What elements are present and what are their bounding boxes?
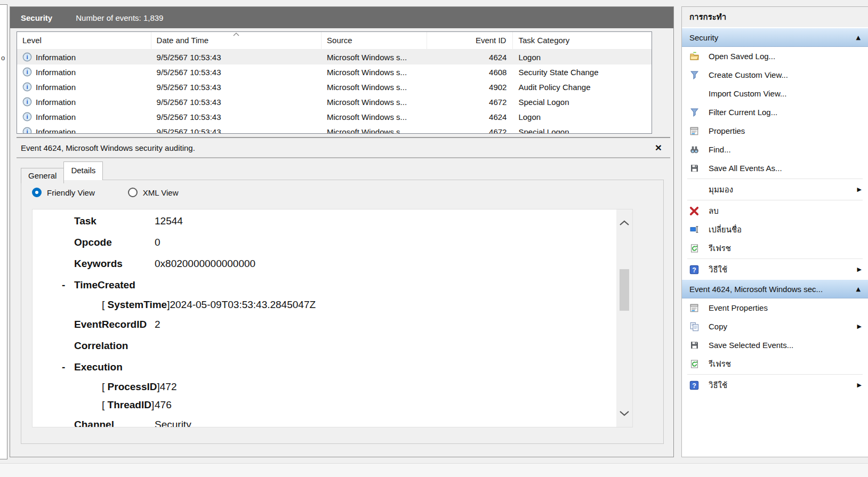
details-tabpage: Friendly ViewXML View Task12544Opcode0Ke… xyxy=(21,180,664,444)
close-icon[interactable]: × xyxy=(655,142,662,153)
action-group-security-log[interactable]: Security▲ xyxy=(682,28,868,47)
action-label: มุมมอง xyxy=(709,183,857,196)
open-folder-icon xyxy=(688,51,700,62)
action-label: รีเฟรช xyxy=(709,358,868,370)
properties-icon xyxy=(688,303,700,313)
scroll-up-icon[interactable] xyxy=(618,220,630,226)
collapse-expander-icon[interactable]: - xyxy=(62,274,65,296)
action-delete[interactable]: ลบ xyxy=(682,201,868,220)
action-refresh-event[interactable]: รีเฟรช xyxy=(682,354,868,373)
action-label: Save All Events As... xyxy=(709,164,868,173)
column-label: Event ID xyxy=(476,36,507,45)
action-save-all-events-as[interactable]: Save All Events As... xyxy=(682,159,868,177)
detail-value: 0x8020000000000000 xyxy=(155,253,255,274)
action-open-saved-log[interactable]: Open Saved Log... xyxy=(682,47,868,66)
action-find[interactable]: Find... xyxy=(682,140,868,159)
detail-row-opcode: Opcode0 xyxy=(33,232,616,253)
console-tree-edge[interactable]: o xyxy=(0,4,7,459)
radio-xml-view[interactable]: XML View xyxy=(128,188,179,197)
detail-name: [ ProcessID] xyxy=(102,378,160,396)
column-header-date-and-time[interactable]: Date and Time xyxy=(151,32,322,49)
detail-value: 2 xyxy=(155,314,160,335)
detail-value: 0 xyxy=(155,232,160,253)
column-header-level[interactable]: Level xyxy=(17,32,151,49)
submenu-arrow-icon: ▶ xyxy=(857,323,862,330)
event-row-4[interactable]: iInformation9/5/2567 10:53:43Microsoft W… xyxy=(17,109,652,124)
svg-text:i: i xyxy=(26,114,28,120)
detail-value: 476 xyxy=(155,396,172,414)
action-event-properties[interactable]: Event Properties xyxy=(682,298,868,317)
window-bottom-strip xyxy=(0,463,868,477)
task-category-cell: Audit Policy Change xyxy=(513,83,652,92)
radio-xml-view-icon[interactable] xyxy=(128,188,138,197)
menu-separator xyxy=(687,200,863,200)
column-header-task-category[interactable]: Task Category xyxy=(513,32,652,49)
datetime-cell: 9/5/2567 10:53:43 xyxy=(151,68,322,77)
submenu-arrow-icon: ▶ xyxy=(857,266,862,273)
radio-label: XML View xyxy=(143,188,179,197)
action-refresh[interactable]: รีเฟรช xyxy=(682,239,868,257)
detail-value: Security xyxy=(155,414,191,427)
view-mode-radios: Friendly ViewXML View xyxy=(32,188,211,197)
scroll-down-icon[interactable] xyxy=(618,410,630,416)
save-icon xyxy=(688,163,700,174)
level-label: Information xyxy=(36,112,76,122)
column-header-event-id[interactable]: Event ID xyxy=(427,32,513,49)
detail-value: 12544 xyxy=(155,211,183,232)
radio-friendly-view[interactable]: Friendly View xyxy=(32,188,95,197)
task-category-cell: Special Logon xyxy=(513,98,652,107)
level-label: Information xyxy=(36,83,76,92)
detail-row-processid: [ ProcessID]472 xyxy=(33,378,616,396)
source-cell: Microsoft Windows s... xyxy=(322,112,427,122)
collapse-icon[interactable]: ▲ xyxy=(856,34,861,41)
sort-ascending-icon xyxy=(232,32,240,36)
detail-name: Correlation xyxy=(74,335,155,357)
information-icon: i xyxy=(22,112,32,122)
action-view-menu[interactable]: มุมมอง▶ xyxy=(682,180,868,199)
action-import-custom-view[interactable]: Import Custom View... xyxy=(682,84,868,103)
submenu-arrow-icon: ▶ xyxy=(857,382,862,389)
action-help[interactable]: ?วิธีใช้▶ xyxy=(682,260,868,279)
details-scrollbar[interactable] xyxy=(616,209,632,427)
help-icon: ? xyxy=(688,380,700,391)
action-rename[interactable]: เปลี่ยนชื่อ xyxy=(682,220,868,239)
collapse-expander-icon[interactable]: - xyxy=(62,357,65,378)
detail-name: [ ThreadID] xyxy=(102,396,155,414)
action-label: Filter Current Log... xyxy=(709,108,868,117)
tab-general[interactable]: General xyxy=(21,168,64,183)
action-filter-current-log[interactable]: Filter Current Log... xyxy=(682,103,868,122)
tab-details[interactable]: Details xyxy=(63,161,103,180)
action-label: Properties xyxy=(709,126,868,135)
datetime-cell: 9/5/2567 10:53:43 xyxy=(151,83,322,92)
detail-name: Opcode xyxy=(74,232,155,253)
svg-text:i: i xyxy=(26,54,28,60)
action-help-event[interactable]: ?วิธีใช้▶ xyxy=(682,376,868,394)
detail-value: 2024-05-09T03:53:43.2845047Z xyxy=(170,296,316,314)
action-properties[interactable]: Properties xyxy=(682,122,868,140)
event-row-1[interactable]: iInformation9/5/2567 10:53:43Microsoft W… xyxy=(17,64,652,79)
event-row-5[interactable]: iInformation9/5/2567 10:53:43Microsoft W… xyxy=(17,124,652,134)
action-create-custom-view[interactable]: Create Custom View... xyxy=(682,66,868,84)
radio-friendly-view-icon[interactable] xyxy=(32,188,42,197)
preview-tabs: GeneralDetails xyxy=(21,163,670,180)
event-row-0[interactable]: iInformation9/5/2567 10:53:43Microsoft W… xyxy=(17,50,652,64)
action-group-selected-event[interactable]: Event 4624, Microsoft Windows sec...▲ xyxy=(682,280,868,298)
collapse-icon[interactable]: ▲ xyxy=(856,286,861,293)
event-row-3[interactable]: iInformation9/5/2567 10:53:43Microsoft W… xyxy=(17,94,652,109)
level-cell: iInformation xyxy=(17,112,151,122)
event-row-2[interactable]: iInformation9/5/2567 10:53:43Microsoft W… xyxy=(17,79,652,94)
detail-name: Keywords xyxy=(74,253,155,274)
detail-name: Channel xyxy=(74,414,155,427)
no-icon xyxy=(688,88,700,99)
scrollbar-thumb[interactable] xyxy=(620,269,629,311)
save-icon xyxy=(688,340,700,351)
action-label: Save Selected Events... xyxy=(709,341,868,350)
action-save-selected-events[interactable]: Save Selected Events... xyxy=(682,336,868,354)
event-viewer-window: o Security Number of events: 1,839 Level… xyxy=(0,0,868,477)
source-cell: Microsoft Windows s... xyxy=(322,68,427,77)
action-copy[interactable]: Copy▶ xyxy=(682,317,868,336)
detail-row-task: Task12544 xyxy=(33,211,616,232)
column-header-source[interactable]: Source xyxy=(322,32,427,49)
event-id-cell: 4672 xyxy=(427,127,513,134)
detail-name: Task xyxy=(74,211,155,232)
